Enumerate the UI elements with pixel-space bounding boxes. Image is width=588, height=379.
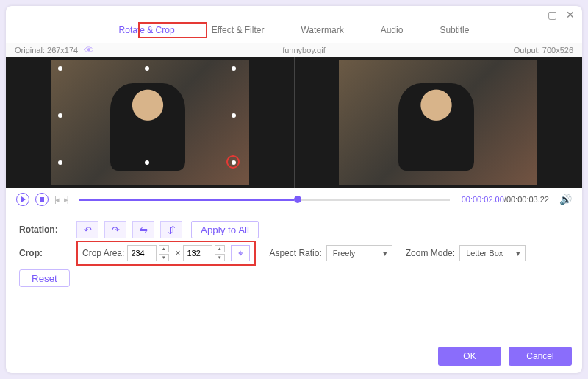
- total-time: 00:00:03.22: [506, 195, 549, 204]
- crop-height-input[interactable]: [183, 245, 212, 261]
- next-frame-button[interactable]: ▸|: [64, 195, 68, 205]
- footer: OK Cancel: [438, 347, 572, 366]
- original-preview: [6, 57, 294, 188]
- crop-handle-bl[interactable]: [58, 160, 62, 165]
- time-display: 00:00:02.00/00:00:03.22: [462, 195, 549, 204]
- tab-subtitle[interactable]: Subtitle: [435, 24, 473, 37]
- info-bar: Original: 267x174 👁 funnyboy.gif Output:…: [6, 43, 582, 57]
- crop-handle-ml[interactable]: [58, 113, 62, 118]
- aspect-ratio-label: Aspect Ratio:: [269, 248, 321, 258]
- play-button[interactable]: [16, 193, 29, 206]
- controls-section: Rotation: ↶ ↷ ⇋ ⇵ Apply to All Crop: Cro…: [6, 210, 582, 294]
- titlebar: ▢ ✕: [6, 6, 582, 24]
- crop-center-button[interactable]: ⌖: [231, 245, 250, 261]
- crop-width-spinner[interactable]: ▴▾: [159, 245, 169, 261]
- cancel-button[interactable]: Cancel: [509, 347, 572, 366]
- crop-selection[interactable]: [60, 68, 234, 163]
- crop-handle-tl[interactable]: [58, 66, 62, 71]
- volume-icon[interactable]: 🔊: [559, 194, 572, 205]
- crop-handle-mr[interactable]: [232, 113, 236, 118]
- crop-handle-tr[interactable]: [232, 66, 236, 71]
- reset-button[interactable]: Reset: [19, 269, 70, 287]
- rotation-row: Rotation: ↶ ↷ ⇋ ⇵ Apply to All: [19, 218, 569, 241]
- crop-area-label: Crop Area:: [82, 248, 124, 258]
- crop-handle-br[interactable]: [232, 160, 236, 165]
- original-video-frame[interactable]: [51, 60, 249, 185]
- tab-audio[interactable]: Audio: [376, 24, 408, 37]
- tabs-row: Rotate & Crop Effect & Filter Watermark …: [6, 24, 582, 43]
- crop-row: Crop: Crop Area: ▴▾ × ▴▾ ⌖ Aspect Ratio:…: [19, 241, 569, 265]
- output-video-frame: [339, 60, 537, 185]
- tab-rotate-crop[interactable]: Rotate & Crop: [115, 24, 179, 37]
- crop-handle-tm[interactable]: [145, 66, 149, 71]
- playbar: |◂ ▸| 00:00:02.00/00:00:03.22 🔊: [6, 188, 582, 210]
- filename-label: funnyboy.gif: [94, 46, 513, 54]
- aspect-ratio-select[interactable]: Freely: [326, 245, 392, 261]
- apply-to-all-button[interactable]: Apply to All: [191, 221, 259, 238]
- zoom-mode-label: Zoom Mode:: [406, 248, 455, 258]
- crop-label: Crop:: [19, 248, 76, 258]
- rotate-left-button[interactable]: ↶: [76, 221, 98, 238]
- crop-height-spinner[interactable]: ▴▾: [215, 245, 225, 261]
- output-preview: [294, 57, 583, 188]
- rotation-label: Rotation:: [19, 224, 76, 235]
- output-size-label: Output: 700x526: [514, 46, 573, 54]
- ok-button[interactable]: OK: [438, 347, 501, 366]
- crop-width-input[interactable]: [127, 245, 157, 261]
- preview-row: [6, 57, 582, 188]
- rotate-right-button[interactable]: ↷: [104, 221, 126, 238]
- crop-x-sep: ×: [175, 248, 180, 258]
- stop-button[interactable]: [35, 193, 49, 206]
- crop-handle-bm[interactable]: [145, 160, 149, 165]
- maximize-icon[interactable]: ▢: [548, 10, 557, 20]
- tab-effect-filter[interactable]: Effect & Filter: [207, 24, 269, 37]
- seek-thumb[interactable]: [294, 196, 301, 203]
- flip-vertical-button[interactable]: ⇵: [160, 221, 182, 238]
- current-time: 00:00:02.00: [462, 195, 504, 204]
- flip-horizontal-button[interactable]: ⇋: [132, 221, 154, 238]
- editor-window: ▢ ✕ Rotate & Crop Effect & Filter Waterm…: [6, 6, 582, 373]
- original-size-label: Original: 267x174: [15, 46, 78, 54]
- close-icon[interactable]: ✕: [566, 10, 575, 20]
- prev-frame-button[interactable]: |◂: [54, 195, 58, 205]
- zoom-mode-select[interactable]: Letter Box: [459, 245, 526, 261]
- tab-watermark[interactable]: Watermark: [296, 24, 348, 37]
- annotation-crop-highlight: Crop Area: ▴▾ × ▴▾ ⌖: [76, 241, 256, 266]
- eye-icon[interactable]: 👁: [84, 44, 94, 56]
- seek-slider[interactable]: [79, 199, 450, 201]
